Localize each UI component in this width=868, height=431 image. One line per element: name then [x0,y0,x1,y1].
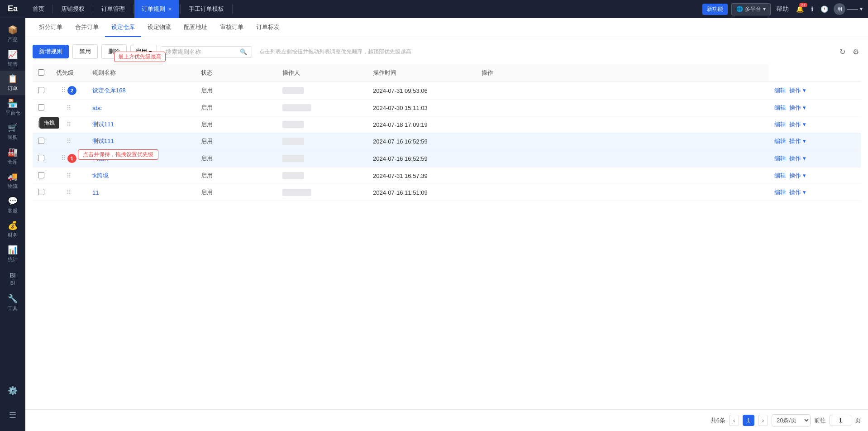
sidebar-item-product[interactable]: 📦 产品 [0,22,25,46]
row-checkbox[interactable] [38,189,44,195]
drag-handle-icon[interactable]: ⠿ [67,121,71,128]
drag-handle-icon[interactable]: ⠿ [67,172,71,179]
rule-name-link[interactable]: 测试111 [92,138,114,144]
page-size-select[interactable]: 20条/页 50条/页 100条/页 [772,414,811,426]
row-checkbox[interactable] [38,87,44,93]
sidebar-item-order[interactable]: 📋 订单 [0,71,25,95]
add-rule-button[interactable]: 新增规则 [33,45,69,58]
edit-link[interactable]: 编辑 [774,172,786,179]
tab-home[interactable]: 首页 [25,0,52,18]
sidebar-item-platform[interactable]: 🏪 平台仓 [0,95,25,120]
refresh-icon[interactable]: ↻ [838,46,847,58]
tab-close-icon[interactable]: ✕ [168,6,172,12]
subnav-tab-merge[interactable]: 合并订单 [69,18,105,37]
sidebar-item-logistics[interactable]: 🚚 物流 [0,168,25,193]
sidebar-item-warehouse[interactable]: 🏭 仓库 [0,144,25,168]
tab-manual-template[interactable]: 手工订单模板 [181,0,231,18]
subnav-tab-review-order[interactable]: 审核订单 [214,18,250,37]
sidebar-item-tools[interactable]: 🔧 工具 [0,291,25,315]
search-box[interactable]: 🔍 [161,46,252,57]
toolbar-right: ↻ ⚙ [838,46,861,58]
drag-handle-icon[interactable]: ⠿ [67,189,71,196]
action-dropdown[interactable]: 操作 ▾ [789,172,806,179]
col-priority-header: 优先级 [51,64,87,82]
sidebar-item-menu[interactable]: ☰ [0,403,25,427]
rule-name-link[interactable]: 测试111 [92,121,114,128]
delete-button[interactable]: 删除 [101,44,127,59]
row-checkbox[interactable] [38,104,44,110]
subnav-review-order-label: 审核订单 [220,23,243,31]
platform-button[interactable]: 🌐 多平台 ▾ [731,3,771,15]
notification-bell-icon[interactable]: 🔔 21 [794,4,806,14]
spacer-cell [476,116,769,133]
subnav-tab-set-warehouse[interactable]: 设定仓库 [105,18,141,37]
next-page-button[interactable]: › [758,415,768,426]
customer-icon: 💬 [8,196,18,206]
tab-order-manage[interactable]: 订单管理 [94,0,132,18]
row-checkbox[interactable] [38,121,44,127]
edit-link[interactable]: 编辑 [774,155,786,162]
edit-link[interactable]: 编辑 [774,138,786,144]
tab-auth[interactable]: 店铺授权 [54,0,92,18]
subnav-tab-split[interactable]: 拆分订单 [33,18,69,37]
edit-link[interactable]: 编辑 [774,121,786,128]
action-dropdown[interactable]: 操作 ▾ [789,189,806,196]
rule-name-link[interactable]: 11 [92,189,99,196]
edit-link[interactable]: 编辑 [774,189,786,196]
search-icon[interactable]: 🔍 [240,48,247,55]
sidebar-item-purchase[interactable]: 🛒 采购 [0,120,25,144]
subnav-tab-set-logistics[interactable]: 设定物流 [141,18,177,37]
subnav-tab-config-address[interactable]: 配置地址 [177,18,214,37]
sidebar-item-customer[interactable]: 💬 客服 [0,193,25,217]
action-dropdown[interactable]: 操作 ▾ [789,104,806,111]
tab-order-rule[interactable]: 订单规则 ✕ [134,0,179,18]
sidebar-item-finance[interactable]: 💰 财务 [0,217,25,242]
disable-button[interactable]: 禁用 [72,44,98,59]
prev-page-button[interactable]: ‹ [729,415,739,426]
drag-handle-icon[interactable]: ⠿ [61,86,66,94]
action-dropdown[interactable]: 操作 ▾ [789,155,806,162]
info-icon[interactable]: ℹ [809,4,815,14]
sidebar-item-stats[interactable]: 📊 统计 [0,242,25,266]
action-dropdown[interactable]: 操作 ▾ [789,121,806,128]
table-row: ⠿11启用2024-07-16 11:51:09 编辑 操作 ▾ [33,184,861,201]
edit-link[interactable]: 编辑 [774,104,786,111]
new-func-button[interactable]: 新功能 [702,4,728,15]
rule-name-link[interactable]: tk规则 [92,155,109,162]
product-icon: 📦 [8,25,18,35]
sidebar-item-bi[interactable]: BI BI [0,266,25,291]
status-select-button[interactable]: 启用 ▾ [130,45,157,58]
drag-handle-icon[interactable]: ⠿ [67,104,71,111]
sidebar-item-label: 物流 [8,183,18,190]
goto-page-input[interactable]: 1 [830,415,851,426]
help-button[interactable]: 帮助 [774,3,791,15]
row-checkbox[interactable] [38,138,44,144]
rule-name-link[interactable]: 设定仓库168 [92,87,126,94]
drag-handle-icon[interactable]: ⠿ [61,154,66,162]
select-all-checkbox[interactable] [38,69,44,76]
subnav-tab-order-tag[interactable]: 订单标发 [250,18,286,37]
page-1-button[interactable]: 1 [743,415,754,426]
sidebar-item-settings[interactable]: ⚙️ [0,378,25,403]
status-cell: 启用 [196,82,277,100]
drag-handle-icon[interactable]: ⠿ [67,138,71,145]
notification-badge: 21 [799,3,807,7]
table-container: 拖拽 优先级 规则名称 [33,64,861,201]
edit-link[interactable]: 编辑 [774,87,786,94]
rule-name-link[interactable]: abc [92,105,102,111]
row-checkbox[interactable] [38,155,44,161]
sidebar-item-sales[interactable]: 📈 销售 [0,46,25,71]
operator-placeholder [282,155,304,162]
search-input[interactable] [166,48,238,55]
action-dropdown[interactable]: 操作 ▾ [789,138,806,144]
clock-icon[interactable]: 🕐 [819,4,830,14]
action-dropdown[interactable]: 操作 ▾ [789,87,806,94]
row-checkbox[interactable] [38,172,44,178]
status-label: 启用 [201,155,213,162]
avatar-button[interactable]: 用 —— ▾ [834,3,863,15]
table-row: ⠿测试111启用2024-07-18 17:09:19 编辑 操作 ▾ [33,116,861,133]
op-time-value: 2024-07-16 16:52:59 [373,155,428,162]
settings-columns-icon[interactable]: ⚙ [851,46,861,58]
rule-name-link[interactable]: tk跨境 [92,172,109,179]
tools-icon: 🔧 [8,294,18,304]
